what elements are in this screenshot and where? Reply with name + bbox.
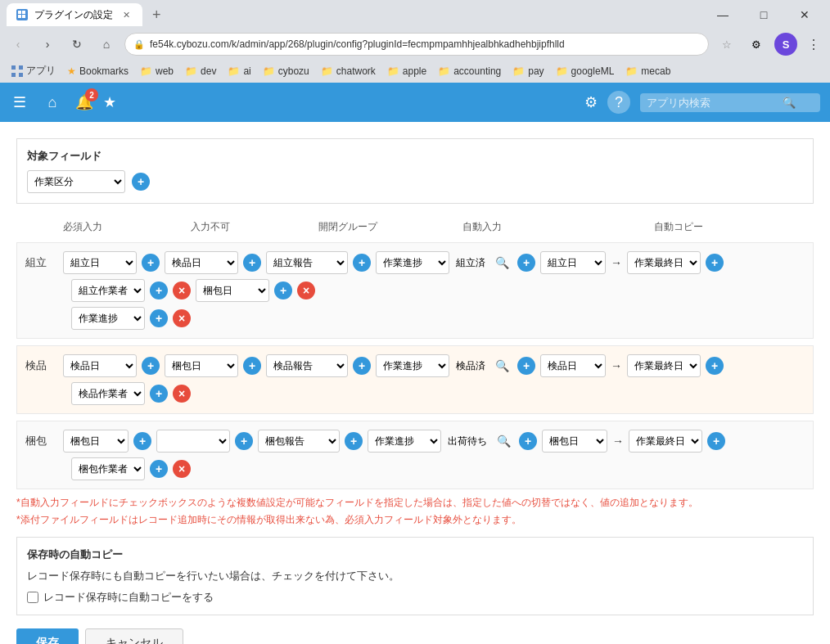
konpo-required-add-2[interactable]: + [150, 460, 168, 478]
kenpin-autocopy-add-1[interactable]: + [706, 357, 724, 375]
forward-button[interactable]: › [36, 33, 59, 56]
browser-menu-button[interactable]: ⋮ [804, 34, 823, 56]
action-buttons: 保存 キャンセル [16, 628, 814, 644]
row-kenpin-line1: 検品 検品日 + 梱包日 + 検品報告 + 作業進捗 検品済 🔍 + 検品日 →… [25, 354, 805, 377]
home-button[interactable]: ⌂ [39, 89, 65, 115]
bookmark-dev[interactable]: 📁 dev [180, 64, 221, 79]
konpo-readonly-1[interactable] [156, 430, 230, 453]
kumitate-toggle-add-1[interactable]: + [353, 254, 371, 272]
tab-close-button[interactable]: ✕ [120, 8, 133, 21]
home-button[interactable]: ⌂ [95, 33, 118, 56]
kumitate-autocopy-to-1[interactable]: 作業最終日 [627, 251, 701, 274]
url-bar[interactable]: 🔒 fe54k.cybozu.com/k/admin/app/268/plugi… [124, 33, 709, 56]
auto-copy-section: 保存時の自動コピー レコード保存時にも自動コピーを行いたい場合は、チェックを付け… [16, 537, 814, 615]
konpo-required-remove-2[interactable]: × [173, 460, 191, 478]
bookmark-ai[interactable]: 📁 ai [223, 64, 255, 79]
apps-button[interactable]: アプリ [7, 62, 61, 79]
kumitate-readonly-2[interactable]: 梱包日 [196, 279, 269, 302]
konpo-autocopy-add-1[interactable]: + [707, 432, 725, 450]
kenpin-required-add-1[interactable]: + [142, 357, 160, 375]
bookmark-bookmarks[interactable]: ★ Bookmarks [62, 64, 133, 79]
target-field-dropdown[interactable]: 作業区分 [27, 170, 125, 193]
hamburger-menu-button[interactable]: ☰ [10, 90, 29, 115]
favorites-button[interactable]: ★ [103, 93, 116, 111]
notifications-button[interactable]: 🔔 2 [75, 93, 93, 111]
kenpin-autocopy-to-1[interactable]: 作業最終日 [627, 354, 701, 377]
konpo-autocopy-to-1[interactable]: 作業最終日 [629, 430, 702, 453]
kumitate-autocopy-from-1[interactable]: 組立日 [540, 251, 606, 274]
kenpin-required-add-2[interactable]: + [150, 385, 168, 403]
bookmark-label: googleML [571, 65, 615, 77]
konpo-required-2[interactable]: 梱包作業者 [71, 457, 145, 480]
kumitate-autoinput-val-1[interactable]: 作業進捗 [376, 251, 449, 274]
auto-copy-checkbox[interactable] [27, 592, 38, 603]
url-text: fe54k.cybozu.com/k/admin/app/268/plugin/… [150, 38, 700, 50]
row-kumitate-line3: 作業進捗 + × [25, 307, 805, 330]
konpo-required-1[interactable]: 梱包日 [63, 430, 129, 453]
kenpin-autocopy-from-1[interactable]: 検品日 [540, 354, 606, 377]
close-button[interactable]: ✕ [786, 3, 823, 26]
help-button[interactable]: ? [607, 91, 630, 114]
bookmark-accounting[interactable]: 📁 accounting [433, 64, 506, 79]
kumitate-toggle-1[interactable]: 組立報告 [266, 251, 348, 274]
kumitate-readonly-add-2[interactable]: + [274, 281, 292, 299]
kumitate-required-remove-2[interactable]: × [173, 281, 191, 299]
kumitate-required-2[interactable]: 組立作業者 [71, 279, 145, 302]
bookmark-cybozu[interactable]: 📁 cybozu [258, 64, 314, 79]
konpo-toggle-add-1[interactable]: + [345, 432, 363, 450]
bookmark-chatwork[interactable]: 📁 chatwork [316, 64, 381, 79]
kenpin-toggle-1[interactable]: 検品報告 [266, 354, 348, 377]
kumitate-required-3[interactable]: 作業進捗 [71, 307, 145, 330]
konpo-autoinput-search-button-1[interactable]: 🔍 [494, 433, 514, 449]
bookmark-googleml[interactable]: 📁 googleML [551, 64, 620, 79]
kumitate-autoinput-search-button-1[interactable]: 🔍 [492, 254, 512, 271]
search-icon[interactable]: 🔍 [783, 97, 796, 109]
kenpin-readonly-1[interactable]: 梱包日 [165, 354, 238, 377]
kenpin-toggle-add-1[interactable]: + [353, 357, 371, 375]
back-button[interactable]: ‹ [7, 33, 29, 56]
kenpin-autoinput-val-1[interactable]: 作業進捗 [376, 354, 449, 377]
profile-button[interactable]: S [774, 33, 797, 56]
kumitate-readonly-1[interactable]: 検品日 [165, 251, 238, 274]
maximize-button[interactable]: □ [745, 3, 783, 26]
save-button[interactable]: 保存 [16, 628, 79, 644]
konpo-autoinput-add-1[interactable]: + [519, 432, 537, 450]
active-tab[interactable]: プラグインの設定 ✕ [7, 3, 142, 26]
kenpin-autoinput-search-button-1[interactable]: 🔍 [492, 358, 512, 374]
bookmark-apple[interactable]: 📁 apple [382, 64, 431, 79]
kumitate-required-add-3[interactable]: + [150, 309, 168, 327]
kumitate-autocopy-add-1[interactable]: + [706, 254, 724, 272]
konpo-autoinput-val-1[interactable]: 作業進捗 [368, 430, 441, 453]
kenpin-required-2[interactable]: 検品作業者 [71, 382, 145, 405]
konpo-required-add-1[interactable]: + [133, 432, 151, 450]
kenpin-readonly-add-1[interactable]: + [243, 357, 261, 375]
kumitate-required-1[interactable]: 組立日 [63, 251, 137, 274]
minimize-button[interactable]: — [704, 3, 742, 26]
kumitate-required-remove-3[interactable]: × [173, 309, 191, 327]
kumitate-autoinput-add-1[interactable]: + [517, 254, 535, 272]
extensions-button[interactable]: ⚙ [745, 33, 768, 56]
bookmarks-bar: アプリ ★ Bookmarks 📁 web 📁 dev 📁 ai 📁 cyboz… [0, 61, 830, 83]
kumitate-required-add-2[interactable]: + [150, 281, 168, 299]
bookmark-star-button[interactable]: ☆ [715, 33, 738, 56]
target-field-add-button[interactable]: + [132, 173, 150, 191]
kenpin-required-1[interactable]: 検品日 [63, 354, 137, 377]
refresh-button[interactable]: ↻ [65, 33, 88, 56]
konpo-autocopy-from-1[interactable]: 梱包日 [542, 430, 607, 453]
bookmark-mecab[interactable]: 📁 mecab [620, 64, 675, 79]
bookmark-web[interactable]: 📁 web [135, 64, 178, 79]
row-kenpin: 検品 検品日 + 梱包日 + 検品報告 + 作業進捗 検品済 🔍 + 検品日 →… [16, 345, 814, 414]
kumitate-autoinput-search-1: 組立済 [456, 256, 485, 270]
konpo-toggle-1[interactable]: 梱包報告 [258, 430, 340, 453]
new-tab-button[interactable]: + [147, 5, 166, 25]
kumitate-required-add-1[interactable]: + [142, 254, 160, 272]
kenpin-required-remove-2[interactable]: × [173, 385, 191, 403]
kenpin-autoinput-add-1[interactable]: + [517, 357, 535, 375]
cancel-button[interactable]: キャンセル [85, 628, 183, 644]
kumitate-readonly-remove-2[interactable]: × [297, 281, 315, 299]
search-input[interactable] [647, 97, 778, 109]
konpo-readonly-add-1[interactable]: + [235, 432, 253, 450]
settings-button[interactable]: ⚙ [584, 93, 598, 111]
kumitate-readonly-add-1[interactable]: + [243, 254, 261, 272]
bookmark-pay[interactable]: 📁 pay [507, 64, 548, 79]
